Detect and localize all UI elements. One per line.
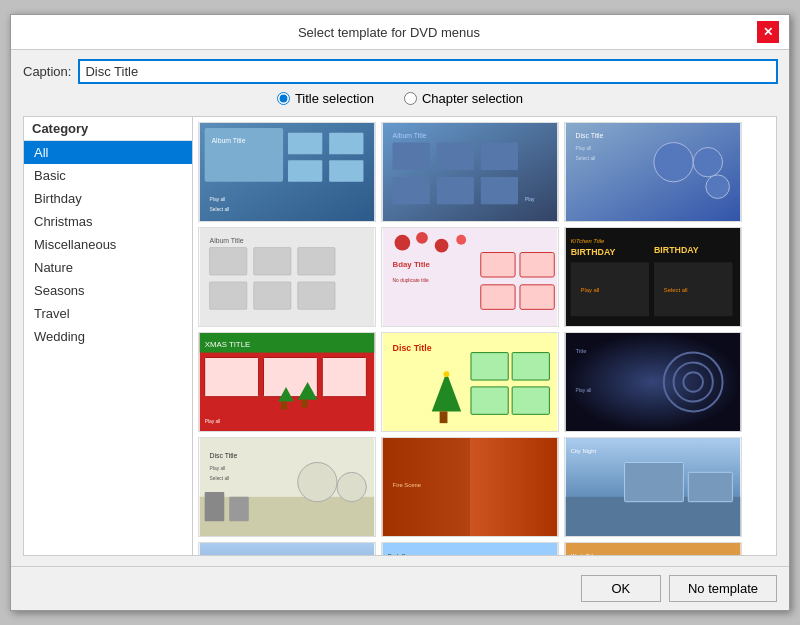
no-template-button[interactable]: No template bbox=[669, 575, 777, 602]
svg-text:Play all: Play all bbox=[205, 419, 221, 424]
category-item-seasons[interactable]: Seasons bbox=[24, 279, 192, 302]
svg-text:Disc Title: Disc Title bbox=[393, 343, 432, 353]
category-item-basic[interactable]: Basic bbox=[24, 164, 192, 187]
templates-row-2: Album Title bbox=[198, 227, 771, 327]
caption-input[interactable] bbox=[79, 60, 777, 83]
templates-row-4: Disc Title Play all Select all bbox=[198, 437, 771, 537]
svg-rect-32 bbox=[298, 282, 335, 309]
svg-text:Work Title: Work Title bbox=[571, 553, 597, 556]
dialog-body: Caption: Title selection Chapter selecti… bbox=[11, 50, 789, 566]
svg-rect-43 bbox=[520, 285, 554, 310]
category-item-all[interactable]: All bbox=[24, 141, 192, 164]
dialog-footer: OK No template bbox=[11, 566, 789, 610]
templates-area: Album Title Play all Select all bbox=[193, 116, 777, 556]
template-6[interactable]: KiTchen Title BIRTHDAY BIRTHDAY Play all… bbox=[564, 227, 742, 327]
category-header: Category bbox=[24, 117, 192, 141]
template-2[interactable]: Album Title Play bbox=[381, 122, 559, 222]
svg-point-67 bbox=[444, 371, 450, 377]
svg-text:BIRTHDAY: BIRTHDAY bbox=[571, 247, 616, 257]
close-button[interactable]: ✕ bbox=[757, 21, 779, 43]
svg-rect-31 bbox=[254, 282, 291, 309]
svg-text:Disc Title: Disc Title bbox=[210, 452, 238, 459]
svg-rect-91 bbox=[566, 497, 740, 536]
svg-text:Select all: Select all bbox=[210, 476, 230, 481]
templates-row-5: Play all Title bbox=[198, 542, 771, 556]
svg-text:Select all: Select all bbox=[210, 207, 230, 212]
svg-text:Disc Title: Disc Title bbox=[576, 132, 604, 139]
svg-text:Select all: Select all bbox=[576, 156, 596, 161]
svg-text:City Night: City Night bbox=[571, 448, 597, 454]
template-12[interactable]: City Night bbox=[564, 437, 742, 537]
svg-text:KiTchen Title: KiTchen Title bbox=[571, 238, 605, 244]
template-11[interactable]: Fire Scene bbox=[381, 437, 559, 537]
template-8[interactable]: Disc Title bbox=[381, 332, 559, 432]
svg-rect-29 bbox=[298, 248, 335, 275]
svg-point-86 bbox=[337, 472, 366, 501]
category-item-christmas[interactable]: Christmas bbox=[24, 210, 192, 233]
radio-row: Title selection Chapter selection bbox=[23, 91, 777, 106]
category-item-miscellaneous[interactable]: Miscellaneous bbox=[24, 233, 192, 256]
templates-row-1: Album Title Play all Select all bbox=[198, 122, 771, 222]
template-15[interactable]: Work Title Play all bbox=[564, 542, 742, 556]
svg-text:Play: Play bbox=[525, 197, 535, 202]
svg-rect-5 bbox=[329, 133, 363, 155]
svg-rect-4 bbox=[288, 160, 322, 182]
svg-text:No duplicate title: No duplicate title bbox=[393, 278, 429, 283]
svg-rect-28 bbox=[254, 248, 291, 275]
svg-rect-41 bbox=[520, 253, 554, 278]
svg-text:Play all: Play all bbox=[580, 287, 599, 293]
svg-text:Play all: Play all bbox=[576, 388, 592, 393]
svg-text:Album Title: Album Title bbox=[210, 237, 244, 244]
svg-rect-55 bbox=[205, 358, 259, 397]
svg-text:Bday Title: Bday Title bbox=[393, 260, 431, 269]
title-selection-radio[interactable]: Title selection bbox=[277, 91, 374, 106]
svg-text:Select all: Select all bbox=[664, 287, 688, 293]
svg-rect-92 bbox=[625, 463, 684, 502]
category-item-nature[interactable]: Nature bbox=[24, 256, 192, 279]
template-7[interactable]: XMAS TITLE Play all bbox=[198, 332, 376, 432]
template-5[interactable]: Bday Title No duplicate title bbox=[381, 227, 559, 327]
svg-rect-13 bbox=[481, 143, 518, 170]
svg-rect-68 bbox=[471, 353, 508, 380]
template-4[interactable]: Album Title bbox=[198, 227, 376, 327]
category-item-wedding[interactable]: Wedding bbox=[24, 325, 192, 348]
svg-rect-12 bbox=[437, 143, 474, 170]
template-3[interactable]: Disc Title Play all Select all bbox=[564, 122, 742, 222]
chapter-selection-radio[interactable]: Chapter selection bbox=[404, 91, 523, 106]
template-1[interactable]: Album Title Play all Select all bbox=[198, 122, 376, 222]
ok-button[interactable]: OK bbox=[581, 575, 661, 602]
dialog-title: Select template for DVD menus bbox=[21, 25, 757, 40]
category-panel: Category All Basic Birthday Christmas Mi… bbox=[23, 116, 193, 556]
svg-rect-27 bbox=[210, 248, 247, 275]
svg-point-35 bbox=[416, 232, 428, 244]
svg-text:Title: Title bbox=[576, 348, 587, 354]
svg-rect-71 bbox=[512, 387, 549, 414]
svg-rect-93 bbox=[688, 472, 732, 501]
template-14[interactable]: Park Scene bbox=[381, 542, 559, 556]
svg-rect-66 bbox=[440, 411, 448, 423]
caption-label: Caption: bbox=[23, 64, 71, 79]
svg-rect-59 bbox=[281, 402, 287, 410]
svg-point-36 bbox=[435, 239, 449, 253]
svg-point-37 bbox=[456, 235, 466, 245]
category-item-travel[interactable]: Travel bbox=[24, 302, 192, 325]
svg-rect-79 bbox=[200, 497, 374, 536]
svg-rect-11 bbox=[393, 143, 430, 170]
template-13[interactable]: Play all Title bbox=[198, 542, 376, 556]
svg-rect-83 bbox=[205, 492, 225, 521]
svg-point-24 bbox=[706, 175, 730, 199]
svg-text:Play all: Play all bbox=[210, 466, 226, 471]
svg-rect-84 bbox=[229, 497, 249, 522]
svg-point-85 bbox=[298, 463, 337, 502]
svg-text:BIRTHDAY: BIRTHDAY bbox=[654, 245, 699, 255]
templates-row-3: XMAS TITLE Play all bbox=[198, 332, 771, 432]
svg-rect-30 bbox=[210, 282, 247, 309]
svg-rect-3 bbox=[288, 133, 322, 155]
svg-rect-42 bbox=[481, 285, 515, 310]
template-9[interactable]: Title Play all bbox=[564, 332, 742, 432]
category-item-birthday[interactable]: Birthday bbox=[24, 187, 192, 210]
svg-rect-15 bbox=[437, 177, 474, 204]
template-10[interactable]: Disc Title Play all Select all bbox=[198, 437, 376, 537]
svg-text:Play all: Play all bbox=[210, 197, 226, 202]
svg-rect-69 bbox=[512, 353, 549, 380]
